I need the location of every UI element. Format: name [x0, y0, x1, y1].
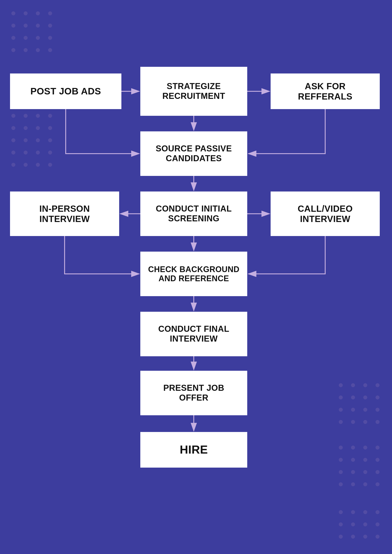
source-passive-label: SOURCE PASSIVE CANDIDATES — [156, 144, 232, 163]
hire-label: HIRE — [180, 443, 208, 457]
svg-point-54 — [351, 446, 355, 450]
check-background-box: CHECK BACKGROUND AND REFERENCE — [140, 252, 247, 296]
svg-point-65 — [339, 482, 343, 486]
svg-point-4 — [48, 11, 52, 15]
svg-point-38 — [351, 383, 355, 387]
svg-point-31 — [36, 151, 40, 154]
svg-point-22 — [24, 126, 28, 130]
conduct-final-label: CONDUCT FINAL INTERVIEW — [158, 324, 229, 344]
flowchart: POST JOB ADS STRATEGIZE RECRUITMENT ASK … — [0, 0, 392, 554]
ask-referrals-label: ASK FOR REFFERALS — [277, 81, 373, 102]
svg-point-29 — [11, 151, 15, 154]
svg-point-37 — [339, 383, 343, 387]
conduct-initial-box: CONDUCT INITIAL SCREENING — [140, 192, 247, 236]
svg-point-73 — [339, 522, 343, 526]
svg-point-49 — [339, 420, 343, 424]
svg-point-80 — [376, 535, 379, 539]
call-video-label: CALL/VIDEO INTERVIEW — [298, 203, 353, 224]
svg-point-20 — [48, 114, 52, 118]
svg-point-40 — [376, 383, 379, 387]
svg-point-46 — [351, 408, 355, 412]
svg-point-43 — [363, 395, 367, 400]
svg-point-3 — [36, 11, 40, 15]
svg-point-68 — [376, 482, 379, 486]
svg-point-14 — [24, 48, 28, 52]
svg-point-63 — [363, 470, 367, 474]
svg-point-15 — [36, 48, 40, 52]
svg-point-1 — [11, 11, 15, 15]
svg-point-50 — [351, 420, 355, 424]
svg-point-17 — [11, 114, 15, 118]
svg-point-9 — [11, 36, 15, 40]
svg-point-27 — [36, 138, 40, 142]
strategize-label: STRATEGIZE RECRUITMENT — [162, 82, 225, 101]
svg-point-19 — [36, 114, 40, 118]
svg-point-51 — [363, 420, 367, 424]
svg-point-66 — [351, 482, 355, 486]
svg-point-12 — [48, 36, 52, 40]
svg-point-18 — [24, 114, 28, 118]
svg-point-6 — [24, 24, 28, 28]
svg-point-2 — [24, 11, 28, 15]
present-offer-label: PRESENT JOB OFFER — [163, 383, 224, 402]
svg-point-55 — [363, 446, 367, 450]
svg-point-41 — [339, 395, 343, 400]
svg-point-76 — [376, 522, 379, 526]
svg-point-67 — [363, 482, 367, 486]
post-job-ads-label: POST JOB ADS — [30, 86, 101, 97]
conduct-final-box: CONDUCT FINAL INTERVIEW — [140, 312, 247, 356]
svg-point-16 — [48, 48, 52, 52]
svg-point-8 — [48, 24, 52, 28]
svg-point-28 — [48, 138, 52, 142]
svg-point-70 — [351, 510, 355, 514]
svg-point-79 — [363, 535, 367, 539]
svg-point-32 — [48, 151, 52, 154]
svg-point-26 — [24, 138, 28, 142]
svg-point-74 — [351, 522, 355, 526]
svg-point-78 — [351, 535, 355, 539]
conduct-initial-label: CONDUCT INITIAL SCREENING — [156, 204, 232, 223]
svg-point-10 — [24, 36, 28, 40]
svg-point-21 — [11, 126, 15, 130]
present-offer-box: PRESENT JOB OFFER — [140, 371, 247, 415]
source-passive-box: SOURCE PASSIVE CANDIDATES — [140, 131, 247, 176]
svg-point-24 — [48, 126, 52, 130]
svg-point-72 — [376, 510, 379, 514]
svg-point-77 — [339, 535, 343, 539]
svg-point-45 — [339, 408, 343, 412]
strategize-recruitment-box: STRATEGIZE RECRUITMENT — [140, 67, 247, 116]
svg-point-75 — [363, 522, 367, 526]
post-job-ads-box: POST JOB ADS — [10, 74, 121, 109]
hire-box: HIRE — [140, 432, 247, 468]
svg-point-35 — [36, 163, 40, 167]
svg-point-36 — [48, 163, 52, 167]
svg-point-60 — [376, 458, 379, 462]
svg-point-25 — [11, 138, 15, 142]
svg-point-7 — [36, 24, 40, 28]
svg-point-62 — [351, 470, 355, 474]
svg-point-42 — [351, 395, 355, 400]
ask-referrals-box: ASK FOR REFFERALS — [271, 74, 380, 109]
inperson-interview-box: IN-PERSON INTERVIEW — [10, 192, 119, 236]
svg-point-58 — [351, 458, 355, 462]
svg-point-34 — [24, 163, 28, 167]
svg-point-59 — [363, 458, 367, 462]
svg-point-5 — [11, 24, 15, 28]
svg-point-39 — [363, 383, 367, 387]
svg-point-64 — [376, 470, 379, 474]
inperson-interview-label: IN-PERSON INTERVIEW — [39, 203, 90, 224]
svg-point-44 — [376, 395, 379, 400]
svg-point-30 — [24, 151, 28, 154]
svg-point-23 — [36, 126, 40, 130]
svg-point-61 — [339, 470, 343, 474]
check-background-label: CHECK BACKGROUND AND REFERENCE — [148, 265, 239, 283]
svg-point-11 — [36, 36, 40, 40]
svg-point-56 — [376, 446, 379, 450]
svg-point-33 — [11, 163, 15, 167]
svg-point-47 — [363, 408, 367, 412]
call-video-interview-box: CALL/VIDEO INTERVIEW — [271, 192, 380, 236]
svg-point-57 — [339, 458, 343, 462]
svg-point-69 — [339, 510, 343, 514]
svg-point-52 — [376, 420, 379, 424]
svg-point-53 — [339, 446, 343, 450]
